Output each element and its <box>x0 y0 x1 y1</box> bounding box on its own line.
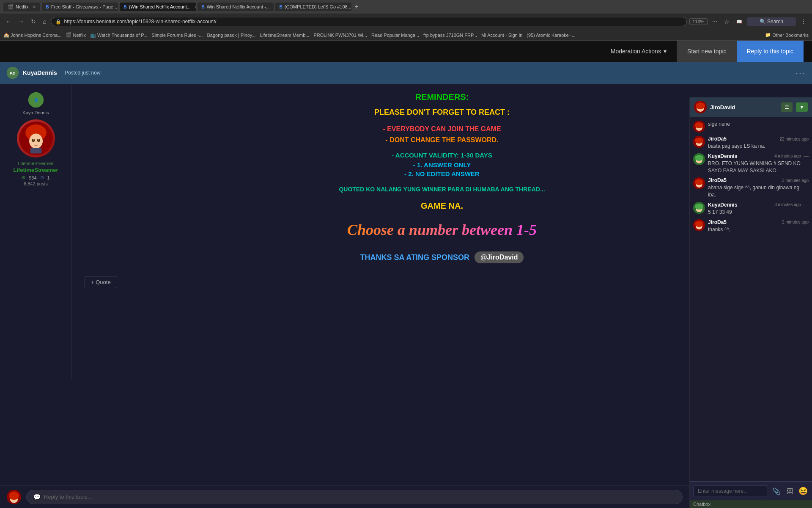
chat-msg-avatar-0 <box>693 121 705 133</box>
chat-msg-text-4: 5 17 33 49 <box>708 209 809 216</box>
author-badge-icon: ⊙ <box>40 175 44 180</box>
chat-header: JiroDavid ☰ ▼ <box>690 97 812 117</box>
chat-msg-avatar-3 <box>693 177 705 189</box>
bookmark-watch[interactable]: 📺 Watch Thousands of P... <box>90 32 147 38</box>
browser-titlebar: 🎬 Netflix ✕ B Free Stuff - Giveaways - P… <box>0 0 812 14</box>
moderation-actions-button[interactable]: Moderation Actions ▾ <box>601 41 677 62</box>
chat-msg-header-2: KuyaDennis 4 minutes ago — <box>708 153 809 159</box>
chat-message-4: KuyaDennis 3 minutes ago — 5 17 33 49 <box>693 202 809 216</box>
bookmark-netflix[interactable]: 🎬 Netflix <box>66 32 86 38</box>
chat-msg-time-3: 3 minutes ago <box>782 178 809 183</box>
search-button[interactable]: 🔍 Search <box>747 17 796 26</box>
bookmark-icon: 📺 <box>90 32 96 38</box>
tab-favicon: B <box>202 5 205 9</box>
tab-close-win-shared[interactable]: ✕ <box>195 5 196 9</box>
bookmark-atomic[interactable]: (95) Atomic Karaoke -... <box>527 33 576 38</box>
chat-msg-time-1: 22 minutes ago <box>780 137 809 141</box>
bookmark-frp[interactable]: frp bypass J710GN FRP... <box>423 33 477 38</box>
home-button[interactable]: ⌂ <box>41 17 48 26</box>
refresh-button[interactable]: ↻ <box>29 17 38 26</box>
url-bar: 🔒 <box>51 17 687 26</box>
new-tab-button[interactable]: + <box>355 3 359 11</box>
zoom-level[interactable]: 110% <box>689 18 707 25</box>
tab-label: Netflix <box>16 4 29 9</box>
chat-msg-avatar-4 <box>693 202 705 214</box>
reply-to-topic-button[interactable]: Reply to this topic <box>737 41 804 62</box>
chat-msg-avatar-1 <box>693 136 705 148</box>
svg-point-20 <box>695 122 703 128</box>
bookmark-bagong[interactable]: Bagong pasok | Pinoy... <box>207 33 255 38</box>
start-new-topic-button[interactable]: Start new topic <box>677 41 737 62</box>
chat-msg-avatar-2 <box>693 153 705 165</box>
tab-completed[interactable]: B (COMPLETED) Let'S Go #108... ✕ <box>275 3 351 11</box>
bookmark-button[interactable]: ☆ <box>722 17 732 26</box>
chat-header-avatar <box>694 101 707 113</box>
chat-messages: sige nene JiroDa5 22 minutes ago basta p… <box>690 117 812 422</box>
reader-mode-button[interactable]: 📖 <box>734 18 744 25</box>
chat-message-0: sige nene <box>693 121 809 133</box>
chat-msg-sender-5[interactable]: JiroDa5 <box>708 219 727 225</box>
chat-message-3: JiroDa5 3 minutes ago ahaha sige sige ^^… <box>693 177 809 199</box>
tab-freestuff[interactable]: B Free Stuff - Giveaways - Page... ✕ <box>42 3 118 11</box>
bookmark-mi[interactable]: Mi Account - Sign in <box>481 33 522 38</box>
chat-msg-body-3: JiroDa5 3 minutes ago ahaha sige sige ^^… <box>708 177 809 199</box>
browser-nav: ← → ↻ ⌂ 🔒 110% ⋯ ☆ 📖 🔍 Search ⋮ <box>0 14 812 30</box>
chat-msg-header-1: JiroDa5 22 minutes ago <box>708 136 809 142</box>
menu-button[interactable]: ⋮ <box>798 17 809 26</box>
svg-point-23 <box>695 138 703 144</box>
author-badge: 1 <box>47 175 50 180</box>
post-options-button[interactable]: ··· <box>796 68 805 78</box>
bookmark-lifetime[interactable]: LifetimeStream Memb... <box>260 33 310 38</box>
author-rep: 934 <box>29 175 36 180</box>
svg-point-10 <box>38 139 39 141</box>
tab-label: Free Stuff - Giveaways - Page... <box>51 4 117 9</box>
forward-button[interactable]: → <box>16 17 26 26</box>
chat-msg-header-3: JiroDa5 3 minutes ago <box>708 177 809 183</box>
chat-msg-text-3: ahaha sige sige ^^, ganun din ginawa ng … <box>708 184 809 199</box>
chat-msg-body-5: JiroDa5 2 minutes ago thanks ^^, <box>708 219 809 233</box>
chat-msg-sender-4[interactable]: KuyaDennis <box>708 202 737 208</box>
chat-msg-sender-3[interactable]: JiroDa5 <box>708 177 727 183</box>
post-author-name[interactable]: KuyaDennis <box>23 69 57 76</box>
chat-msg-sender-1[interactable]: JiroDa5 <box>708 136 727 142</box>
chat-message-2: KuyaDennis 4 minutes ago — BRO. ETO YUNG… <box>693 153 809 174</box>
quote-button[interactable]: + Quote <box>85 276 117 288</box>
svg-rect-11 <box>30 148 41 153</box>
author-rank: LifetimeStreamer <box>18 161 54 166</box>
post-time: Posted just now <box>65 70 101 76</box>
chat-msg-body-2: KuyaDennis 4 minutes ago — BRO. ETO YUNG… <box>708 153 809 174</box>
svg-point-35 <box>695 221 703 227</box>
url-input[interactable] <box>64 19 682 25</box>
top-actions-bar: Moderation Actions ▾ Start new topic Rep… <box>0 41 812 62</box>
tab-netflix[interactable]: 🎬 Netflix ✕ <box>3 3 40 11</box>
tab-win-shared2[interactable]: B Win Shared Netflix Account -... ✕ <box>198 3 274 11</box>
bookmark-icon: 🎬 <box>66 32 71 38</box>
chat-minimize-button[interactable]: ▼ <box>796 102 808 112</box>
svg-point-17 <box>696 102 705 109</box>
bookmark-icon: 🏫 <box>3 32 9 38</box>
post-header: KD KuyaDennis Posted just now ··· <box>0 62 812 84</box>
svg-point-6 <box>29 133 43 149</box>
chat-message-1: JiroDa5 22 minutes ago basta pag sayo LS… <box>693 136 809 150</box>
chat-msg-text-5: thanks ^^, <box>708 226 809 233</box>
tab-win-shared[interactable]: B (Win Shared Netflix Account... ✕ <box>120 3 196 11</box>
bookmark-forums[interactable]: Simple Forums Rules -... <box>151 33 203 38</box>
sponsor-tag[interactable]: @JiroDavid <box>475 251 524 263</box>
author-name-small: Kuya Dennis <box>22 110 49 115</box>
bookmark-manga[interactable]: Read Popular Manga... <box>371 33 419 38</box>
chat-msg-options-4[interactable]: — <box>804 202 809 208</box>
author-sidebar: 👤 Kuya Dennis <box>0 84 72 380</box>
bookmark-other[interactable]: 📁 Other Bookmarks <box>765 32 809 38</box>
chat-menu-button[interactable]: ☰ <box>781 102 793 112</box>
bookmark-corona[interactable]: 🏫 Johns Hopkins Corona... <box>3 32 61 38</box>
extensions-button[interactable]: ⋯ <box>710 18 719 25</box>
chat-msg-sender-2[interactable]: KuyaDennis <box>708 153 737 159</box>
tab-favicon: 🎬 <box>8 4 14 10</box>
author-username[interactable]: LifetimeStreamer <box>13 167 58 173</box>
tab-label: (Win Shared Netflix Account... <box>129 4 191 9</box>
back-button[interactable]: ← <box>3 17 14 26</box>
chat-msg-options-2[interactable]: — <box>804 153 809 159</box>
chat-msg-time-2: 4 minutes ago <box>774 154 801 158</box>
tab-close-netflix[interactable]: ✕ <box>33 5 36 9</box>
bookmark-prolink[interactable]: PROLINK PWN3701 Wi... <box>313 33 367 38</box>
